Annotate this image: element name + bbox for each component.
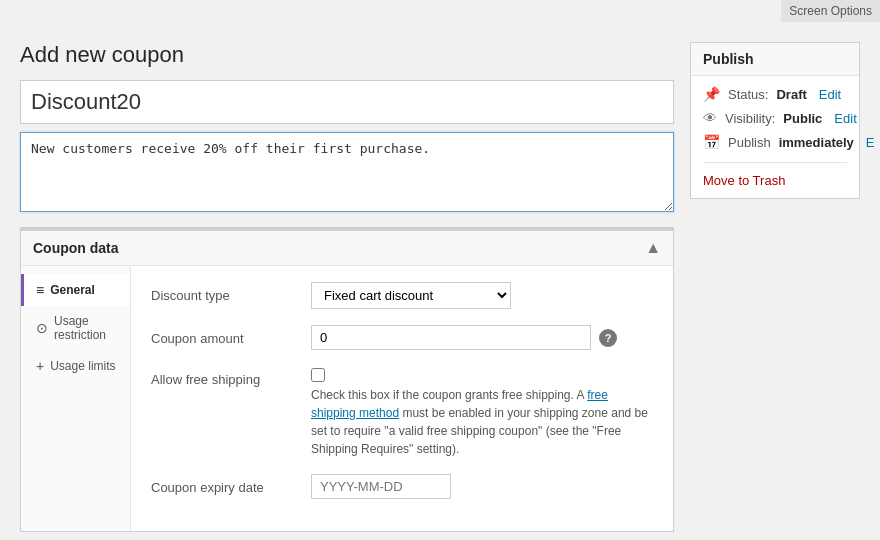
visibility-edit-link[interactable]: Edit: [834, 111, 856, 126]
coupon-data-title: Coupon data: [33, 240, 119, 256]
free-shipping-label: Allow free shipping: [151, 366, 311, 387]
visibility-icon: 👁: [703, 110, 717, 126]
status-row: 📌 Status: Draft Edit: [703, 86, 847, 102]
general-icon: ≡: [36, 282, 44, 298]
coupon-general-content: Discount type Percentage discount Fixed …: [131, 266, 673, 531]
free-shipping-field: Check this box if the coupon grants free…: [311, 366, 653, 458]
discount-type-row: Discount type Percentage discount Fixed …: [151, 282, 653, 309]
tab-usage-restriction-label: Usage restriction: [54, 314, 118, 342]
status-value: Draft: [776, 87, 806, 102]
publish-box: Publish 📌 Status: Draft Edit 👁 Visibilit…: [690, 42, 860, 199]
publish-header: Publish: [691, 43, 859, 76]
coupon-title-input[interactable]: [20, 80, 674, 124]
coupon-amount-help-icon[interactable]: ?: [599, 329, 617, 347]
coupon-amount-row: Coupon amount ?: [151, 325, 653, 350]
free-shipping-row: Allow free shipping Check this box if th…: [151, 366, 653, 458]
metabox-toggle-icon: ▲: [645, 239, 661, 257]
tab-general-label: General: [50, 283, 95, 297]
expiry-date-label: Coupon expiry date: [151, 474, 311, 495]
tab-general[interactable]: ≡ General: [21, 274, 130, 306]
visibility-value: Public: [783, 111, 822, 126]
publish-calendar-icon: 📅: [703, 134, 720, 150]
publish-immediately: immediately: [779, 135, 854, 150]
publish-body: 📌 Status: Draft Edit 👁 Visibility: Publi…: [691, 76, 859, 198]
discount-type-field: Percentage discount Fixed cart discount …: [311, 282, 653, 309]
tab-usage-limits[interactable]: + Usage limits: [21, 350, 130, 382]
coupon-tabs: ≡ General ⊙ Usage restriction + Usage li…: [21, 266, 131, 531]
discount-type-select[interactable]: Percentage discount Fixed cart discount …: [311, 282, 511, 309]
expiry-date-row: Coupon expiry date: [151, 474, 653, 499]
free-shipping-link[interactable]: free shipping method: [311, 388, 608, 420]
publish-edit-link[interactable]: E: [866, 135, 875, 150]
free-shipping-checkbox[interactable]: [311, 368, 325, 382]
discount-type-label: Discount type: [151, 282, 311, 303]
status-icon: 📌: [703, 86, 720, 102]
move-to-trash-section: Move to Trash: [703, 162, 847, 188]
move-to-trash-link[interactable]: Move to Trash: [703, 173, 785, 188]
free-shipping-description: Check this box if the coupon grants free…: [311, 386, 653, 458]
usage-limits-icon: +: [36, 358, 44, 374]
status-label: Status:: [728, 87, 768, 102]
coupon-data-body: ≡ General ⊙ Usage restriction + Usage li…: [21, 266, 673, 531]
coupon-amount-input[interactable]: [311, 325, 591, 350]
expiry-date-field: [311, 474, 653, 499]
publish-label: Publish: [728, 135, 771, 150]
sidebar: Publish 📌 Status: Draft Edit 👁 Visibilit…: [690, 42, 860, 532]
coupon-amount-field: ?: [311, 325, 653, 350]
screen-options-button[interactable]: Screen Options: [781, 0, 880, 22]
visibility-row: 👁 Visibility: Public Edit: [703, 110, 847, 126]
usage-restriction-icon: ⊙: [36, 320, 48, 336]
expiry-date-input[interactable]: [311, 474, 451, 499]
publish-time-row: 📅 Publish immediately E: [703, 134, 847, 150]
page-title: Add new coupon: [20, 42, 674, 68]
coupon-data-header[interactable]: Coupon data ▲: [21, 231, 673, 266]
status-edit-link[interactable]: Edit: [819, 87, 841, 102]
visibility-label: Visibility:: [725, 111, 775, 126]
coupon-amount-label: Coupon amount: [151, 325, 311, 346]
coupon-data-metabox: Coupon data ▲ ≡ General ⊙ Usage restrict…: [20, 227, 674, 532]
coupon-description-textarea[interactable]: New customers receive 20% off their firs…: [20, 132, 674, 212]
free-shipping-check-wrapper: [311, 366, 653, 382]
tab-usage-restriction[interactable]: ⊙ Usage restriction: [21, 306, 130, 350]
tab-usage-limits-label: Usage limits: [50, 359, 115, 373]
